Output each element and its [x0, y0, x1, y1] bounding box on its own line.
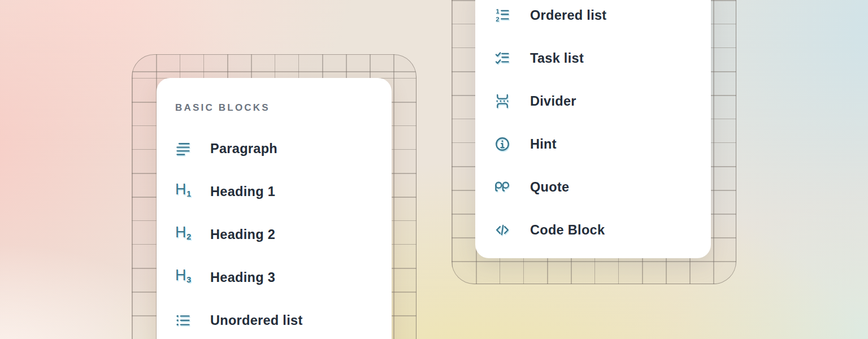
menu-item-label: Heading 3: [210, 270, 275, 285]
menu-item-label: Ordered list: [530, 8, 607, 23]
menu-item-paragraph[interactable]: Paragraph: [157, 127, 392, 170]
menu-item-unordered-list[interactable]: Unordered list: [157, 299, 392, 339]
blocks-list: 1 2 Ordered list: [475, 0, 711, 251]
hint-icon: [494, 136, 510, 152]
menu-item-code-block[interactable]: Code Block: [475, 208, 711, 251]
menu-item-label: Heading 2: [210, 227, 275, 242]
code-block-icon: [494, 222, 510, 238]
task-list-icon: [494, 50, 510, 66]
menu-item-divider[interactable]: Divider: [475, 80, 711, 123]
svg-text:1: 1: [496, 7, 500, 15]
unordered-list-icon: [175, 312, 191, 328]
heading-3-icon: H3: [175, 267, 191, 288]
menu-item-heading-2[interactable]: H2 Heading 2: [157, 213, 392, 256]
heading-2-icon: H2: [175, 224, 191, 245]
quote-icon: [494, 179, 510, 195]
menu-item-hint[interactable]: Hint: [475, 123, 711, 166]
menu-item-label: Paragraph: [210, 141, 277, 157]
menu-item-label: Code Block: [530, 223, 605, 238]
menu-item-label: Divider: [530, 94, 576, 109]
menu-item-task-list[interactable]: Task list: [475, 37, 711, 80]
paragraph-icon: [175, 141, 191, 157]
menu-item-label: Task list: [530, 51, 584, 66]
menu-item-label: Unordered list: [210, 313, 303, 328]
menu-item-label: Quote: [530, 180, 569, 195]
basic-blocks-list: Paragraph H1 Heading 1 H2 Heading 2 H3 H…: [157, 127, 392, 339]
menu-item-heading-1[interactable]: H1 Heading 1: [157, 170, 392, 213]
divider-icon: [494, 93, 510, 109]
svg-text:2: 2: [496, 15, 500, 23]
menu-item-ordered-list[interactable]: 1 2 Ordered list: [475, 0, 711, 37]
ordered-list-icon: 1 2: [494, 7, 510, 23]
heading-1-icon: H1: [175, 181, 191, 202]
menu-item-label: Hint: [530, 137, 557, 152]
menu-item-heading-3[interactable]: H3 Heading 3: [157, 256, 392, 299]
blocks-menu-continued: 1 2 Ordered list: [475, 0, 711, 258]
menu-item-quote[interactable]: Quote: [475, 166, 711, 208]
menu-item-label: Heading 1: [210, 184, 275, 199]
section-label: BASIC BLOCKS: [175, 102, 392, 114]
basic-blocks-menu: BASIC BLOCKS Paragraph H1 Heading 1: [157, 78, 392, 339]
illustration-canvas: BASIC BLOCKS Paragraph H1 Heading 1: [0, 0, 868, 339]
